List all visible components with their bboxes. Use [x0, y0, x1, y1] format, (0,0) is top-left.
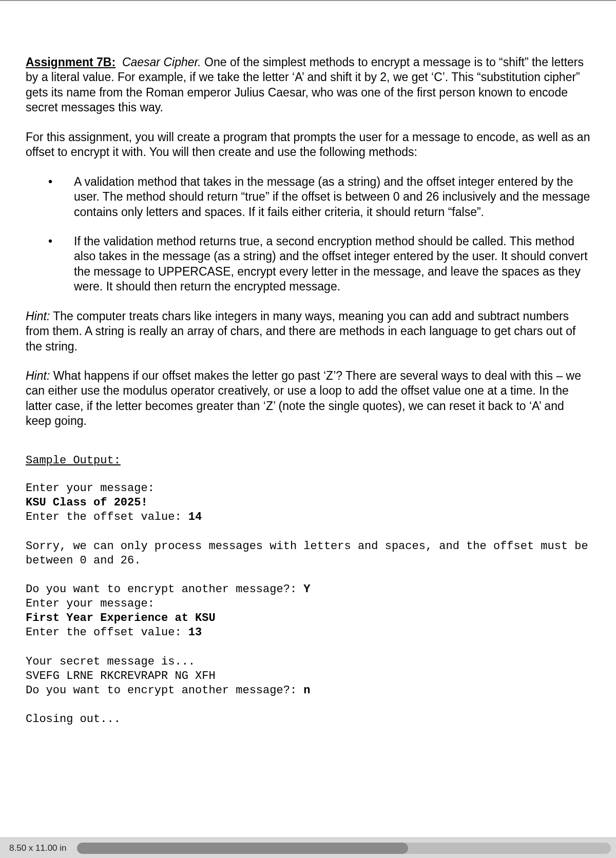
- sample-line: Do you want to encrypt another message?:: [26, 684, 303, 697]
- sample-line: Your secret message is...: [26, 655, 195, 668]
- hint-label: Hint:: [26, 309, 50, 323]
- sample-line: Enter your message:: [26, 482, 155, 495]
- scrollbar-thumb[interactable]: [77, 843, 408, 854]
- sample-line: Enter the offset value:: [26, 626, 188, 639]
- sample-user-input: n: [303, 684, 310, 697]
- hint-paragraph-1: Hint: The computer treats chars like int…: [26, 309, 590, 354]
- sample-line: Enter your message:: [26, 597, 155, 610]
- document-viewer: Assignment 7B: Caesar Cipher. One of the…: [0, 0, 616, 837]
- sample-line: Closing out...: [26, 713, 121, 726]
- assignment-subtitle: Caesar Cipher.: [122, 55, 201, 69]
- sample-user-input: 13: [188, 626, 202, 639]
- hint-text: The computer treats chars like integers …: [26, 309, 575, 353]
- hint-paragraph-2: Hint: What happens if our offset makes t…: [26, 368, 590, 429]
- list-item: If the validation method returns true, a…: [48, 234, 590, 295]
- sample-output-block: Enter your message: KSU Class of 2025! E…: [26, 481, 590, 727]
- assignment-title: Assignment 7B:: [26, 55, 116, 69]
- hint-label: Hint:: [26, 369, 50, 382]
- requirements-list: A validation method that takes in the me…: [26, 174, 590, 295]
- hint-text: What happens if our offset makes the let…: [26, 369, 581, 427]
- sample-user-input: 14: [188, 511, 202, 523]
- sample-line: SVEFG LRNE RKCREVRAPR NG XFH: [26, 670, 216, 682]
- sample-line: Enter the offset value:: [26, 511, 188, 523]
- page-dimensions-label: 8.50 x 11.00 in: [0, 843, 74, 853]
- horizontal-scrollbar[interactable]: [77, 843, 611, 854]
- sample-output-heading: Sample Output:: [26, 454, 590, 468]
- sample-user-input: Y: [303, 583, 310, 596]
- sample-line: Do you want to encrypt another message?:: [26, 583, 303, 596]
- list-item: A validation method that takes in the me…: [48, 174, 590, 220]
- sample-user-input: First Year Experience at KSU: [26, 612, 216, 625]
- sample-line: Sorry, we can only process messages with…: [26, 540, 595, 567]
- instructions-paragraph: For this assignment, you will create a p…: [26, 130, 590, 160]
- document-page: Assignment 7B: Caesar Cipher. One of the…: [0, 1, 616, 748]
- sample-user-input: KSU Class of 2025!: [26, 496, 148, 509]
- intro-paragraph: Assignment 7B: Caesar Cipher. One of the…: [26, 55, 590, 115]
- status-bar: 8.50 x 11.00 in: [0, 837, 616, 858]
